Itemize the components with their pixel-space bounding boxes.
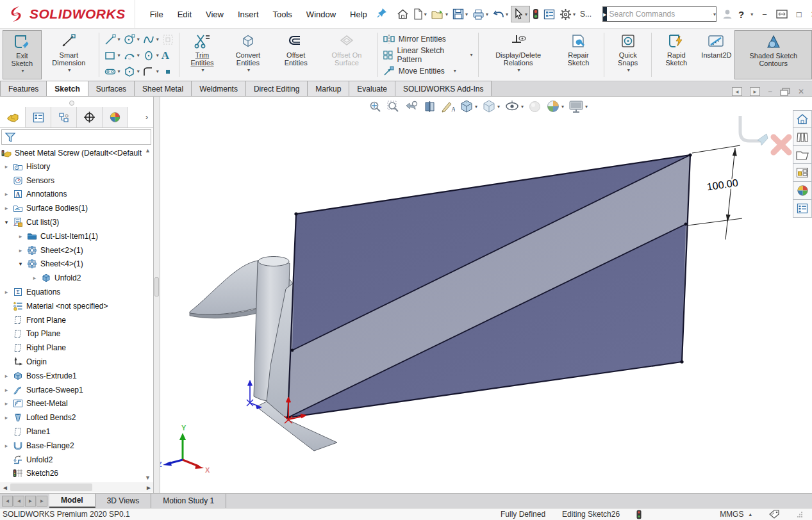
restore-button[interactable] (776, 10, 788, 19)
caret-down-icon[interactable]: ▾ (137, 37, 140, 42)
prev-tab-button[interactable]: ◄ (13, 496, 24, 507)
minimize-button[interactable]: − (762, 10, 767, 19)
caret-down-icon[interactable]: ▾ (518, 67, 520, 74)
open-document-button[interactable]: ▾ (429, 7, 450, 22)
caret-down-icon[interactable]: ▾ (424, 12, 427, 17)
new-document-button[interactable]: ▾ (411, 6, 429, 22)
tree-item-base-flange2[interactable]: ▸Base-Flange2 (0, 439, 144, 453)
tree-item-equations[interactable]: ▸ΣEquations (0, 285, 144, 299)
taskpane-view-palette-button[interactable] (793, 164, 812, 182)
caret-down-icon[interactable]: ▾ (454, 68, 456, 74)
flat-pattern-sheet[interactable] (286, 153, 692, 419)
mirror-entities-button[interactable]: Mirror Entities (383, 34, 473, 44)
tab-markup[interactable]: Markup (308, 81, 349, 96)
select-tool-button[interactable]: ▾ (511, 6, 530, 22)
maximize-button[interactable]: □ (797, 10, 802, 19)
model-tab-model[interactable]: Model (49, 494, 95, 508)
arc-tool[interactable]: ▾ (122, 49, 140, 62)
caret-down-icon[interactable]: ▾ (156, 69, 159, 74)
caret-down-icon[interactable]: ▾ (21, 67, 24, 75)
taskpane-custom-properties-button[interactable] (793, 200, 812, 218)
graphics-viewport[interactable]: A ▾ ▾ ▾ ▾ ▾ (160, 97, 812, 493)
line-tool[interactable]: ▾ (103, 33, 121, 46)
tree-item-plane1[interactable]: Plane1 (0, 425, 144, 439)
tab-sheet-metal[interactable]: Sheet Metal (135, 81, 192, 96)
caret-down-icon[interactable]: ▾ (470, 52, 473, 58)
menu-window[interactable]: Window (301, 6, 342, 22)
shaded-sketch-contours-button[interactable]: Shaded Sketch Contours (734, 30, 812, 79)
tag-icon[interactable] (768, 509, 781, 519)
caret-down-icon[interactable]: ▾ (201, 67, 204, 74)
expand-arrow-icon[interactable]: ▾ (17, 261, 24, 267)
model-canvas[interactable]: 100.00 Y Z X (160, 97, 812, 493)
tab-featuremanager[interactable] (0, 107, 26, 127)
print-button[interactable]: ▾ (470, 7, 490, 22)
tree-item-top-plane[interactable]: Top Plane (0, 327, 144, 341)
caret-down-icon[interactable]: ▾ (465, 12, 468, 17)
tab-weldments[interactable]: Weldments (192, 81, 246, 96)
caret-down-icon[interactable]: ▾ (156, 53, 159, 58)
tree-item-origin[interactable]: Origin (0, 355, 144, 369)
move-entities-button[interactable]: Move Entities ▾ (383, 66, 473, 76)
tree-item-right-plane[interactable]: Right Plane (0, 341, 144, 355)
tree-item-sensors[interactable]: Sensors (0, 174, 144, 188)
smart-dimension-button[interactable]: Smart Dimension ▾ (42, 30, 96, 79)
next-tab-button[interactable]: ► (25, 496, 36, 507)
toolbar-overflow[interactable]: S... (578, 8, 593, 20)
help-button[interactable]: ? (738, 9, 744, 20)
tree-horizontal-scrollbar[interactable]: ◄ ► (0, 482, 154, 492)
taskpane-appearances-button[interactable] (793, 182, 812, 200)
rebuild-button[interactable] (531, 6, 541, 22)
repair-sketch-button[interactable]: Repair Sketch (556, 30, 601, 79)
tree-item-surface-bodies-1[interactable]: ▸Surface Bodies(1) (0, 201, 144, 215)
linear-sketch-pattern-button[interactable]: Linear Sketch Pattern ▾ (383, 46, 473, 64)
tab-solidworks-add-ins[interactable]: SOLIDWORKS Add-Ins (395, 81, 492, 96)
expand-arrow-icon[interactable]: ▸ (17, 247, 24, 254)
scroll-tabs-right-button[interactable]: ► (750, 87, 760, 96)
tree-item-sheet-metal[interactable]: ▸Sheet-Metal (0, 397, 144, 411)
caret-down-icon[interactable]: ▾ (506, 12, 508, 17)
caret-down-icon[interactable]: ▾ (118, 37, 120, 42)
caret-down-icon[interactable]: ▾ (68, 67, 70, 74)
expand-arrow-icon[interactable]: ▸ (3, 400, 10, 407)
save-button[interactable]: ▾ (451, 6, 470, 22)
panel-tabs-overflow[interactable]: › (140, 107, 154, 127)
convert-entities-button[interactable]: Convert Entities ▾ (222, 30, 273, 79)
text-tool[interactable]: A (161, 49, 175, 62)
exit-sketch-button[interactable]: Exit Sketch ▾ (3, 30, 42, 79)
polygon-tool[interactable]: ▾ (122, 65, 140, 78)
tab-configurationmanager[interactable] (51, 107, 77, 127)
pin-menu-icon[interactable] (377, 8, 387, 20)
display-delete-relations-button[interactable]: Display/Delete Relations ▾ (481, 30, 555, 79)
search-input[interactable] (607, 10, 711, 19)
caret-down-icon[interactable]: ▾ (137, 53, 140, 58)
resize-grip[interactable] (797, 512, 803, 517)
tab-features[interactable]: Features (0, 81, 47, 96)
expand-arrow-icon[interactable]: ▸ (3, 289, 10, 295)
caret-down-icon[interactable]: ▾ (247, 67, 250, 74)
fillet-tool[interactable]: ▾ (142, 65, 160, 78)
instant2d-button[interactable]: Instant2D (698, 30, 734, 79)
tree-item-cut-list-3[interactable]: ▾Cut list(3) (0, 215, 144, 229)
tree-root-item[interactable]: Sheet Metal Screw (Default<<Default (1, 146, 144, 159)
quick-snaps-button[interactable]: Quick Snaps ▾ (607, 30, 649, 79)
expand-arrow-icon[interactable]: ▸ (3, 443, 10, 449)
caret-down-icon[interactable]: ▾ (156, 37, 159, 42)
caret-down-icon[interactable]: ▾ (118, 53, 120, 58)
undo-button[interactable]: ▾ (491, 7, 510, 21)
caret-down-icon[interactable]: ▾ (445, 12, 448, 17)
cancel-sketch-icon[interactable] (774, 137, 789, 152)
caret-down-icon[interactable]: ▾ (525, 12, 527, 17)
tree-item-lofted-bends2[interactable]: ▸Lofted Bends2 (0, 410, 144, 425)
taskpane-design-library-button[interactable] (793, 128, 812, 146)
caret-down-icon[interactable]: ▾ (627, 67, 630, 74)
menu-insert[interactable]: Insert (232, 6, 265, 22)
options-gear-button[interactable]: ▾ (558, 6, 577, 22)
expand-arrow-icon[interactable]: ▸ (3, 191, 10, 197)
search-icon[interactable] (711, 9, 712, 20)
tree-item-boss-extrude1[interactable]: ▸Boss-Extrude1 (0, 369, 144, 383)
user-account-icon[interactable] (722, 8, 733, 20)
doc-minimize-button[interactable]: − (768, 87, 772, 96)
expand-arrow-icon[interactable]: ▸ (17, 233, 24, 240)
doc-close-button[interactable]: ✕ (798, 87, 804, 96)
